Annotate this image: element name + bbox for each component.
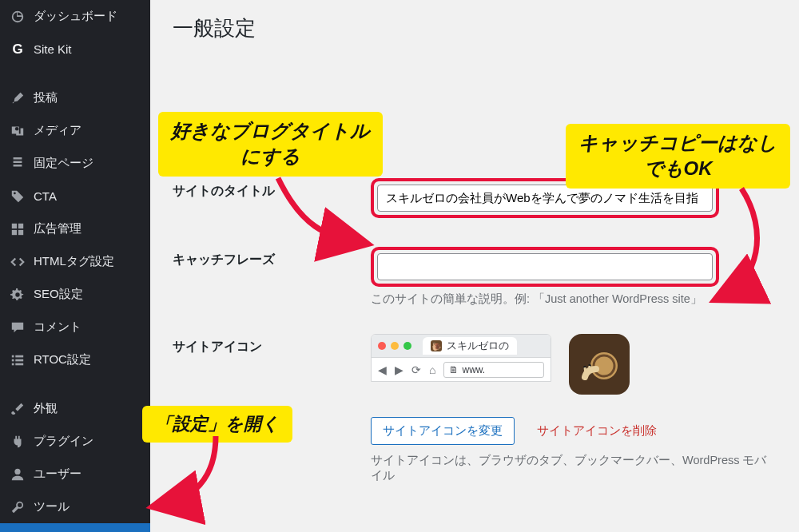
change-siteicon-button[interactable]: サイトアイコンを変更 [371,417,515,445]
traffic-light-close-icon [378,342,386,350]
sidebar-item-label: ユーザー [34,466,81,482]
favicon-icon: 🐌 [431,340,442,351]
sidebar-item-label: ダッシュボード [34,9,117,24]
sidebar-item-tools[interactable]: ツール [0,490,150,523]
sidebar-item-label: ツール [34,499,70,514]
page-icon [10,156,26,172]
gear-icon [10,287,26,303]
sidebar-item-label: CTA [34,189,57,203]
browser-url-text: www. [462,364,485,375]
brush-icon [10,401,26,417]
svg-rect-9 [12,363,14,365]
sidebar-item-label: Site Kit [34,42,72,56]
tagline-input[interactable] [377,253,713,280]
sidebar-item-sitekit[interactable]: G Site Kit [0,33,150,66]
sidebar-spacer [0,376,150,392]
grid-icon [10,221,26,237]
siteicon-footnote: サイトアイコンは、ブラウザのタブ、ブックマークバー、WordPress モバイル [371,453,777,483]
svg-rect-6 [15,355,23,357]
browser-fwd-icon: ▶ [395,363,403,376]
comment-icon [10,320,26,335]
sidebar-spacer [0,66,150,81]
sidebar-item-htmltag[interactable]: HTMLタグ設定 [0,245,150,278]
sidebar-item-plugins[interactable]: プラグイン [0,425,150,458]
list-icon [10,352,26,368]
tag-icon [10,189,26,204]
sidebar-item-label: コメント [34,320,81,335]
sidebar-item-label: 外観 [34,401,58,416]
svg-rect-3 [12,229,17,234]
sidebar-item-settings[interactable]: 設定 [0,523,150,532]
browser-home-icon: ⌂ [429,363,435,376]
annotation-callout-title: 好きなブログタイトルにする [158,112,383,177]
svg-point-0 [15,127,19,131]
site-title-label: サイトのタイトル [173,178,371,200]
svg-rect-10 [15,363,23,365]
sidebar-item-label: メディア [34,123,81,138]
svg-point-11 [14,468,20,474]
user-icon [10,466,26,482]
pin-icon [10,90,26,106]
sidebar-item-dashboard[interactable]: ダッシュボード [0,0,150,33]
annotation-callout-settings: 「設定」を開く [142,406,292,443]
siteicon-app-preview [569,334,630,395]
traffic-light-max-icon [403,342,411,350]
media-icon [10,123,26,139]
svg-rect-4 [18,229,23,234]
wrench-icon [10,499,26,515]
browser-tab: 🐌 スキルゼロの [423,337,517,355]
tagline-description: このサイトの簡単な説明。例: 「Just another WordPress s… [371,292,777,307]
sidebar-item-label: プラグイン [34,434,93,449]
sidebar-item-posts[interactable]: 投稿 [0,81,150,114]
browser-url-bar: 🗎 www. [443,362,544,378]
site-title-input[interactable] [377,185,713,212]
delete-siteicon-link[interactable]: サイトアイコンを削除 [537,423,657,439]
sidebar-item-users[interactable]: ユーザー [0,458,150,490]
browser-tab-title: スキルゼロの [447,339,509,353]
dashboard-icon [10,9,26,25]
browser-back-icon: ◀ [378,363,387,376]
sidebar-item-label: SEO設定 [34,287,83,302]
svg-line-21 [585,367,586,374]
tagline-label: キャッチフレーズ [173,247,371,268]
sidebar-item-label: 広告管理 [34,221,81,236]
sidebar-item-label: 投稿 [34,90,58,105]
code-icon [10,254,26,270]
admin-sidebar: ダッシュボード G Site Kit 投稿 メディア 固定ページ CTA 広告管… [0,0,150,532]
svg-line-22 [589,366,590,374]
highlight-box-tagline [371,247,719,287]
svg-rect-5 [12,355,14,357]
svg-rect-8 [15,359,23,361]
sidebar-item-comments[interactable]: コメント [0,311,150,343]
settings-general-page: 一般設定 サイトのタイトル キャッチフレーズ このサイトの簡単な説明。例: 「J… [150,0,799,532]
sidebar-item-label: HTMLタグ設定 [34,254,114,269]
sidebar-item-rtoc[interactable]: RTOC設定 [0,343,150,376]
plug-icon [10,434,26,450]
sidebar-item-ads[interactable]: 広告管理 [0,212,150,245]
page-title: 一般設定 [173,14,777,42]
sidebar-item-media[interactable]: メディア [0,114,150,147]
sidebar-item-label: 固定ページ [34,156,93,171]
siteicon-label: サイトアイコン [173,334,371,355]
google-g-icon: G [10,42,26,58]
siteicon-browser-preview: 🐌 スキルゼロの ◀ ▶ ⟳ ⌂ 🗎 www. [371,334,551,382]
sidebar-item-seo[interactable]: SEO設定 [0,278,150,311]
sidebar-item-pages[interactable]: 固定ページ [0,147,150,180]
snail-icon [577,342,622,387]
svg-rect-2 [18,223,23,228]
browser-reload-icon: ⟳ [411,363,421,376]
traffic-light-min-icon [391,342,399,350]
sidebar-item-cta[interactable]: CTA [0,180,150,212]
annotation-callout-tagline: キャッチコピーはなしでもOK [566,124,790,189]
sidebar-item-appearance[interactable]: 外観 [0,392,150,425]
doc-icon: 🗎 [449,364,459,375]
svg-rect-1 [12,223,17,228]
sidebar-item-label: RTOC設定 [34,352,91,367]
svg-rect-7 [12,359,14,361]
